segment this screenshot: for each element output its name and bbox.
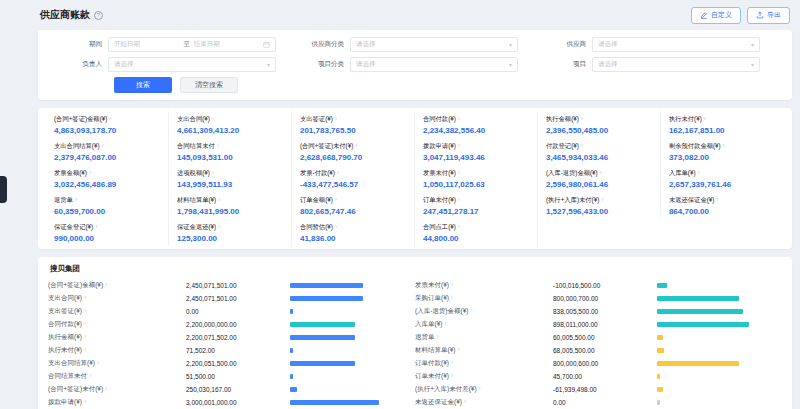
stat-cell[interactable]: 拨款申请(¥)›3,047,119,493.46 xyxy=(415,138,538,165)
group-row-label[interactable]: (合同+签证)金额(¥)› xyxy=(48,281,186,290)
stat-cell[interactable]: 支出合同结算(¥)›2,379,476,087.00 xyxy=(46,138,169,165)
group-row-label[interactable]: 合同结算未付› xyxy=(48,372,186,381)
stat-label: (合同+签证)金额(¥)› xyxy=(54,115,160,124)
stat-cell[interactable]: (合同+签证)金额(¥)›4,863,093,178.70 xyxy=(46,111,169,138)
group-row-label[interactable]: (入库-退货)金额(¥)› xyxy=(415,307,553,316)
stat-cell[interactable]: 剩余预付款金额(¥)›373,082.00 xyxy=(661,138,784,165)
group-row-label[interactable]: 发票未付(¥)› xyxy=(415,281,553,290)
search-button[interactable]: 搜索 xyxy=(114,77,172,93)
chevron-right-icon: › xyxy=(723,143,725,150)
stat-cell[interactable]: 订单未付(¥)›247,451,278.17 xyxy=(415,192,538,219)
group-row-bar-track xyxy=(657,335,749,340)
group-row-label[interactable]: 支出签证(¥)› xyxy=(48,307,186,316)
stat-cell[interactable]: 入库单(¥)›2,657,339,761.46 xyxy=(661,165,784,192)
owner-select[interactable]: 请选择 ▾ xyxy=(108,57,276,72)
stat-cell[interactable]: (合同+签证)未付(¥)›2,628,668,790.70 xyxy=(292,138,415,165)
group-row: 未返还保证金(¥)›0.00 xyxy=(415,396,758,409)
group-row-label[interactable]: 合同付款(¥)› xyxy=(48,320,186,329)
stat-cell[interactable]: 合同点工(¥)›44,800.00 xyxy=(415,219,538,246)
customize-button[interactable]: 自定义 xyxy=(691,7,741,24)
stat-value: 2,657,339,761.46 xyxy=(669,180,776,189)
group-row-label[interactable]: 执行未付(¥)› xyxy=(48,346,186,355)
group-row-label[interactable]: 退货单› xyxy=(415,333,553,342)
stat-cell[interactable]: 合同付款(¥)›2,234,382,556.40 xyxy=(415,111,538,138)
supplier-category-select[interactable]: 请选择 ▾ xyxy=(350,37,518,52)
stat-cell[interactable]: 保证金登记(¥)›990,000.00 xyxy=(46,219,169,246)
stat-cell[interactable]: 执行金额(¥)›2,396,550,485.00 xyxy=(538,111,661,138)
group-row-value: 51,500.00 xyxy=(186,373,290,380)
group-row-label[interactable]: 材料结算单(¥)› xyxy=(415,346,553,355)
group-row-value: 45,700.00 xyxy=(553,373,657,380)
project-category-select[interactable]: 请选择 ▾ xyxy=(350,57,518,72)
group-row-label[interactable]: (合同+签证)未付(¥)› xyxy=(48,385,186,394)
stat-cell[interactable]: 支出合同(¥)›4,661,309,413.20 xyxy=(169,111,292,138)
stat-label: 付款登记(¥)› xyxy=(546,142,652,151)
group-panel: 搜贝集团 (合同+签证)金额(¥)›2,450,071,501.00支出合同(¥… xyxy=(38,257,792,409)
stat-label: 保证金登记(¥)› xyxy=(54,223,160,232)
group-row-value: 0.00 xyxy=(553,399,657,406)
group-row-value: 2,200,071,502.00 xyxy=(186,334,290,341)
group-row-label[interactable]: 支出合同结算(¥)› xyxy=(48,359,186,368)
group-row-label[interactable]: 订单未付(¥)› xyxy=(415,372,553,381)
clear-search-button[interactable]: 清空搜索 xyxy=(180,77,238,93)
stat-cell[interactable]: 未返还保证金(¥)›864,700.00 xyxy=(661,192,784,219)
end-date-input[interactable]: 结束日期 xyxy=(194,40,259,49)
group-row-label[interactable]: 采购订单(¥)› xyxy=(415,294,553,303)
stat-value: -433,477,546.57 xyxy=(300,180,406,189)
period-range-picker[interactable]: 开始日期 至 结束日期 xyxy=(108,37,276,52)
period-label: 期间 xyxy=(52,40,108,49)
stat-cell[interactable]: 材料结算单(¥)›1,798,431,995.00 xyxy=(169,192,292,219)
stats-panel: (合同+签证)金额(¥)›4,863,093,178.70支出合同(¥)›4,6… xyxy=(38,108,792,249)
stat-cell[interactable]: 付款登记(¥)›3,465,934,033.46 xyxy=(538,138,661,165)
group-row-bar-track xyxy=(657,387,749,392)
stat-cell[interactable]: 发票-付款(¥)›-433,477,546.57 xyxy=(292,165,415,192)
project-select[interactable]: 请选择 ▾ xyxy=(592,57,760,72)
group-row-label[interactable]: 执行金额(¥)› xyxy=(48,333,186,342)
stat-cell[interactable]: 执行未付(¥)›162,167,851.00 xyxy=(661,111,784,138)
supplier-category-label: 供应商分类 xyxy=(294,40,350,49)
stat-cell[interactable]: 发票金额(¥)›3,032,456,486.89 xyxy=(46,165,169,192)
group-row-label[interactable]: 入库单(¥)› xyxy=(415,320,553,329)
stat-value: 44,800.00 xyxy=(423,234,529,243)
stat-cell[interactable]: 订单金额(¥)›802,665,747.46 xyxy=(292,192,415,219)
chevron-down-icon: ▾ xyxy=(267,61,270,68)
chevron-right-icon: › xyxy=(89,170,91,177)
export-icon xyxy=(756,11,764,19)
stat-label: 支出签证(¥)› xyxy=(300,115,406,124)
stat-cell[interactable]: 合同结算未付›145,093,531.00 xyxy=(169,138,292,165)
stat-cell[interactable]: 发票未付(¥)›1,050,117,025.63 xyxy=(415,165,538,192)
stat-cell[interactable]: 合同暂估(¥)›41,836.00 xyxy=(292,219,415,246)
group-row-label[interactable]: 拨款申请(¥)› xyxy=(48,398,186,407)
supplier-select[interactable]: 请选择 ▾ xyxy=(592,37,760,52)
group-row-label[interactable]: 订单付款(¥)› xyxy=(415,359,553,368)
stat-value: 1,050,117,025.63 xyxy=(423,180,529,189)
export-button[interactable]: 导出 xyxy=(747,7,790,24)
stat-cell[interactable]: 退货单›60,359,700.00 xyxy=(46,192,169,219)
stat-cell[interactable]: (执行+入库)未付(¥)›1,527,596,433.00 xyxy=(538,192,661,219)
chevron-right-icon: › xyxy=(601,197,603,204)
group-row-bar xyxy=(290,335,355,340)
stat-cell[interactable]: 保证金返还(¥)›125,300.00 xyxy=(169,219,292,246)
sidebar-collapse-handle[interactable] xyxy=(0,176,7,203)
stat-label: 执行未付(¥)› xyxy=(669,115,776,124)
stat-value: 3,465,934,033.46 xyxy=(546,153,652,162)
stat-label: 拨款申请(¥)› xyxy=(423,142,529,151)
stat-cell[interactable]: 进项税额(¥)›143,959,511.93 xyxy=(169,165,292,192)
project-label: 项目 xyxy=(536,60,592,69)
stat-label: (执行+入库)未付(¥)› xyxy=(546,196,652,205)
stat-value: 3,032,456,486.89 xyxy=(54,180,160,189)
project-category-placeholder: 请选择 xyxy=(356,60,376,69)
stat-cell[interactable]: (入库-退货)金额(¥)›2,596,980,061.46 xyxy=(538,165,661,192)
group-row: 支出合同结算(¥)›2,200,051,500.00 xyxy=(48,357,391,370)
help-icon[interactable]: ? xyxy=(94,11,103,20)
start-date-input[interactable]: 开始日期 xyxy=(114,40,179,49)
group-row-label[interactable]: 支出合同(¥)› xyxy=(48,294,186,303)
chevron-right-icon: › xyxy=(437,334,439,341)
group-row-label[interactable]: (执行+入库)未付差(¥)› xyxy=(415,385,553,394)
group-row-label[interactable]: 未返还保证金(¥)› xyxy=(415,398,553,407)
group-row-bar-track xyxy=(290,387,382,392)
stat-value: 802,665,747.46 xyxy=(300,207,406,216)
stat-cell[interactable]: 支出签证(¥)›201,783,765.50 xyxy=(292,111,415,138)
chevron-right-icon: › xyxy=(335,116,337,123)
header-actions: 自定义 导出 xyxy=(691,7,790,24)
